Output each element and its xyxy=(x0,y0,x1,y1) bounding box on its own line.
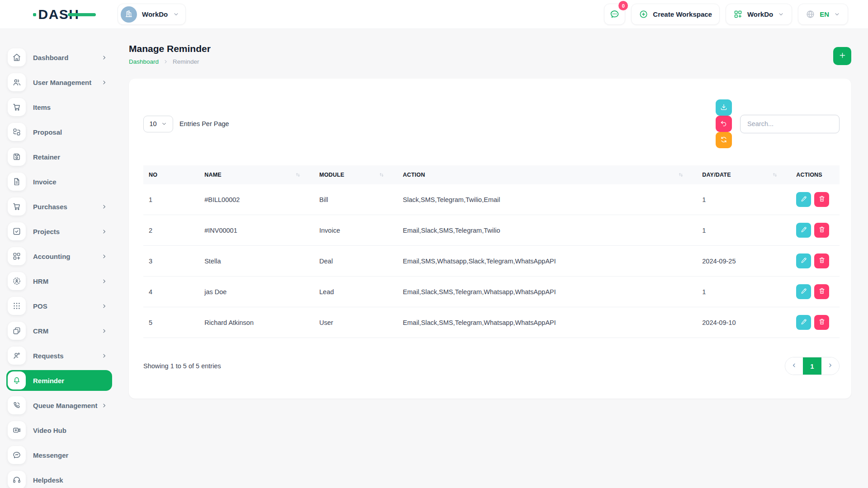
cell-actions xyxy=(791,307,840,338)
export-button[interactable] xyxy=(716,99,732,116)
cell-action: Email,SMS,Whatsapp,Slack,Telegram,WhatsA… xyxy=(397,246,697,277)
entries-per-page-select[interactable]: 10 xyxy=(143,116,173,132)
sidebar-item-retainer[interactable]: Retainer xyxy=(6,146,112,167)
chevron-down-icon xyxy=(173,11,179,18)
sidebar-item-helpdesk[interactable]: Helpdesk xyxy=(6,469,112,488)
topbar-right: 0 Create Workspace WorkDo EN xyxy=(604,4,848,25)
create-workspace-button[interactable]: Create Workspace xyxy=(631,4,720,25)
edit-button[interactable] xyxy=(796,284,811,299)
delete-button[interactable] xyxy=(814,223,829,238)
sidebar-item-reminder[interactable]: Reminder xyxy=(6,370,112,391)
page-head-left: Manage Reminder Dashboard Reminder xyxy=(129,43,211,65)
refresh-icon xyxy=(720,136,728,145)
sidebar-item-dashboard[interactable]: Dashboard xyxy=(6,47,112,68)
pagination: 1 xyxy=(785,357,840,375)
sidebar-item-requests[interactable]: Requests xyxy=(6,345,112,366)
cell-module: Bill xyxy=(314,184,397,215)
column-label: ACTION xyxy=(403,172,425,178)
edit-button[interactable] xyxy=(796,223,811,238)
sort-icon[interactable] xyxy=(378,172,392,178)
sidebar-item-accounting[interactable]: Accounting xyxy=(6,246,112,267)
column-header-action[interactable]: ACTION xyxy=(397,165,697,184)
column-header-no: NO xyxy=(143,165,199,184)
sidebar-item-crm[interactable]: CRM xyxy=(6,320,112,341)
topbar: DASH WorkDo 0 Create Workspace WorkDo xyxy=(0,0,868,29)
column-label: DAY/DATE xyxy=(702,172,731,178)
sidebar-item-invoice[interactable]: Invoice xyxy=(6,171,112,192)
file-icon xyxy=(8,173,26,191)
sidebar-item-label: Purchases xyxy=(33,203,67,211)
video-icon xyxy=(8,421,26,439)
workspace-menu-label: WorkDo xyxy=(747,10,773,18)
chevron-right-icon xyxy=(101,402,108,409)
chevron-right-icon xyxy=(101,203,108,210)
language-code: EN xyxy=(820,10,829,18)
table-row: 2#INV00001InvoiceEmail,Slack,SMS,Telegra… xyxy=(143,215,840,246)
sidebar-item-messenger[interactable]: Messenger xyxy=(6,445,112,465)
main-content: Manage Reminder Dashboard Reminder 10 En… xyxy=(118,29,868,488)
delete-button[interactable] xyxy=(814,315,829,330)
table-row: 5Richard AtkinsonUserEmail,Slack,SMS,Tel… xyxy=(143,307,840,338)
pencil-icon xyxy=(800,226,807,235)
delete-button[interactable] xyxy=(814,253,829,268)
cell-action: Email,Slack,SMS,Telegram,Twilio xyxy=(397,215,697,246)
delete-button[interactable] xyxy=(814,284,829,299)
chevron-right-icon xyxy=(101,228,108,235)
grid-plus-icon xyxy=(733,9,743,19)
add-reminder-button[interactable] xyxy=(833,47,851,65)
sidebar-item-label: Helpdesk xyxy=(33,476,63,484)
edit-button[interactable] xyxy=(796,253,811,268)
sidebar-item-video-hub[interactable]: Video Hub xyxy=(6,420,112,441)
undo-button[interactable] xyxy=(716,116,732,132)
language-selector[interactable]: EN xyxy=(798,4,848,25)
edit-button[interactable] xyxy=(796,315,811,330)
workspace-selector[interactable]: WorkDo xyxy=(118,4,186,25)
cell-name: Stella xyxy=(199,246,314,277)
table-toolbar: 10 Entries Per Page xyxy=(143,99,840,148)
sidebar-item-items[interactable]: Items xyxy=(6,97,112,117)
column-header-day-date[interactable]: DAY/DATE xyxy=(697,165,791,184)
cell-day-date: 2024-09-10 xyxy=(697,307,791,338)
sort-icon[interactable] xyxy=(678,172,691,178)
column-header-name[interactable]: NAME xyxy=(199,165,314,184)
sidebar-item-projects[interactable]: Projects xyxy=(6,221,112,242)
workspace-menu-button[interactable]: WorkDo xyxy=(726,4,792,25)
cell-day-date: 2024-09-25 xyxy=(697,246,791,277)
pagination-next-button[interactable] xyxy=(821,357,839,375)
cell-actions xyxy=(791,215,840,246)
edit-button[interactable] xyxy=(796,192,811,207)
pagination-current-page[interactable]: 1 xyxy=(803,357,821,375)
brand-logo[interactable]: DASH xyxy=(38,8,79,21)
search-input[interactable] xyxy=(740,115,840,133)
pagination-prev-button[interactable] xyxy=(785,357,803,375)
cell-day-date: 1 xyxy=(697,215,791,246)
sidebar-item-purchases[interactable]: Purchases xyxy=(6,196,112,217)
plus-icon xyxy=(838,51,847,61)
chevron-right-icon xyxy=(163,59,169,65)
chevron-right-icon xyxy=(101,303,108,310)
sidebar-item-proposal[interactable]: Proposal xyxy=(6,122,112,142)
messages-button[interactable]: 0 xyxy=(604,4,625,25)
sidebar-item-pos[interactable]: POS xyxy=(6,296,112,316)
column-header-module[interactable]: MODULE xyxy=(314,165,397,184)
save-icon xyxy=(8,148,26,166)
sort-icon[interactable] xyxy=(295,172,308,178)
sidebar-item-user-management[interactable]: User Management xyxy=(6,72,112,93)
cell-day-date: 1 xyxy=(697,277,791,307)
trash-icon xyxy=(818,318,826,327)
sidebar-item-label: Retainer xyxy=(33,153,60,161)
sidebar-item-label: Items xyxy=(33,103,51,111)
reminder-table: NONAMEMODULEACTIONDAY/DATEACTIONS 1#BILL… xyxy=(143,165,840,338)
toolbar-buttons xyxy=(712,99,732,148)
card-footer: Showing 1 to 5 of 5 entries 1 xyxy=(143,357,840,375)
sidebar-item-hrm[interactable]: HRM xyxy=(6,271,112,291)
sort-icon[interactable] xyxy=(772,172,785,178)
cell-no: 2 xyxy=(143,215,199,246)
refresh-button[interactable] xyxy=(716,132,732,148)
cell-module: Deal xyxy=(314,246,397,277)
cell-actions xyxy=(791,184,840,215)
cart-icon xyxy=(8,98,26,116)
delete-button[interactable] xyxy=(814,192,829,207)
breadcrumb-dashboard-link[interactable]: Dashboard xyxy=(129,58,159,65)
sidebar-item-queue-management[interactable]: Queue Management xyxy=(6,395,112,416)
